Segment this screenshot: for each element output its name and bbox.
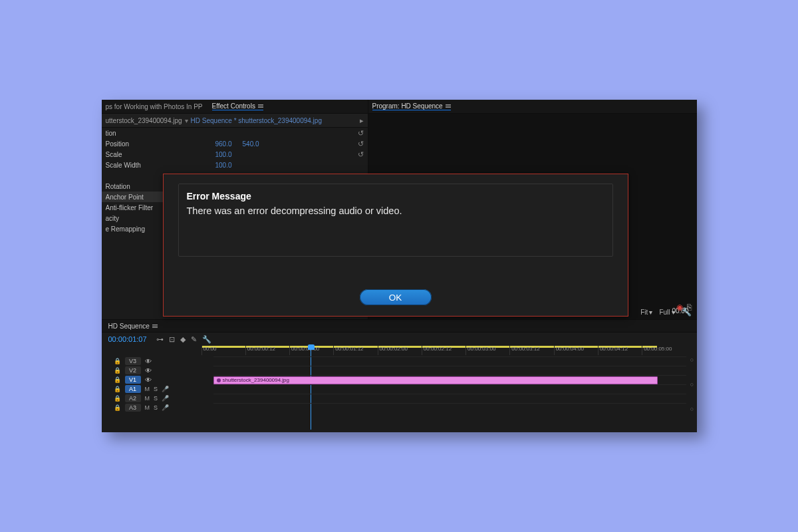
chevron-down-icon: ▾	[649, 309, 652, 316]
track-header[interactable]: 🔒A3MS🎤	[102, 404, 213, 412]
eye-icon[interactable]: 👁	[145, 376, 152, 384]
wrench-icon[interactable]: 🔧	[202, 335, 211, 344]
solo-button[interactable]: S	[154, 395, 158, 402]
chevron-down-icon[interactable]: ▾	[185, 117, 188, 124]
track-lane[interactable]	[213, 384, 686, 394]
mic-icon[interactable]: 🎤	[162, 395, 169, 402]
track-v1[interactable]: 🔒V1👁shutterstock_239400094.jpg	[102, 375, 697, 384]
property-values[interactable]: 100.0	[215, 151, 358, 158]
property-value[interactable]: 540.0	[243, 140, 259, 148]
track-header[interactable]: 🔒V2👁	[102, 366, 213, 374]
tab-program[interactable]: Program: HD Sequence	[372, 102, 451, 110]
ruler-ticks: 00:0000:00:00:1200:00:01:0000:00:01:1200…	[201, 346, 686, 355]
linked-selection-icon[interactable]: ⊡	[169, 335, 175, 344]
mute-button[interactable]: M	[145, 404, 150, 411]
effect-property-row[interactable]: Scale100.0↺	[102, 149, 368, 160]
reset-icon[interactable]: ↺	[358, 129, 364, 138]
marker-icon[interactable]: ◆	[180, 335, 186, 344]
property-values[interactable]: 960.0540.0	[215, 140, 358, 148]
solo-button[interactable]: S	[154, 404, 158, 411]
reset-icon[interactable]: ↺	[358, 140, 364, 148]
tab-sequence[interactable]: HD Sequence	[108, 323, 150, 330]
track-label[interactable]: V2	[125, 366, 141, 374]
ruler-tick: 00:00:03:12	[509, 346, 553, 355]
track-list: ○○○ 🔒V3👁🔒V2👁🔒V1👁shutterstock_239400094.j…	[102, 356, 697, 412]
track-v2[interactable]: 🔒V2👁	[102, 366, 697, 375]
track-label[interactable]: A2	[125, 394, 141, 402]
tab-effect-controls-label: Effect Controls	[212, 102, 255, 110]
panel-menu-icon[interactable]	[258, 104, 263, 108]
timeline-header: 00:00:01:07 ⊶ ⊡ ◆ ✎ 🔧	[102, 332, 697, 346]
track-label[interactable]: A3	[125, 404, 141, 412]
zoom-fit-label: Fit	[640, 309, 648, 316]
source-selector-row: utterstock_239400094.jpg ▾ HD Sequence *…	[102, 114, 368, 128]
tab-effect-controls[interactable]: Effect Controls	[212, 102, 263, 110]
track-header[interactable]: 🔒V1👁	[102, 376, 213, 384]
timeline-clip[interactable]: shutterstock_239400094.jpg	[213, 376, 658, 384]
sequence-path[interactable]: HD Sequence * shutterstock_239400094.jpg	[191, 117, 322, 124]
lock-icon[interactable]: 🔒	[114, 358, 121, 364]
track-lane[interactable]	[213, 366, 686, 376]
playhead[interactable]	[308, 344, 315, 355]
program-tabbar: Program: HD Sequence	[368, 100, 697, 114]
track-header[interactable]: 🔒A2MS🎤	[102, 394, 213, 402]
snap-icon[interactable]: ⊶	[156, 335, 164, 344]
lock-icon[interactable]: 🔒	[114, 395, 121, 402]
eye-icon[interactable]: 👁	[145, 358, 152, 365]
program-corner-icons: ◉ ⎘	[676, 303, 692, 312]
effect-property-row[interactable]: Scale Width100.0	[102, 160, 368, 170]
track-lane[interactable]	[213, 403, 686, 413]
track-scroll-indicator[interactable]: ○○○	[689, 356, 696, 412]
time-ruler[interactable]: 00:0000:00:00:1200:00:01:0000:00:01:1200…	[201, 346, 686, 355]
mute-button[interactable]: M	[145, 395, 150, 402]
track-a3[interactable]: 🔒A3MS🎤	[102, 403, 697, 412]
track-lane[interactable]	[213, 394, 686, 404]
track-a2[interactable]: 🔒A2MS🎤	[102, 394, 697, 403]
track-label[interactable]: A1	[125, 385, 141, 393]
clip-fx-badge-icon	[217, 378, 221, 382]
track-lane[interactable]: shutterstock_239400094.jpg	[213, 375, 686, 385]
property-value[interactable]: 100.0	[215, 162, 232, 169]
lock-icon[interactable]: 🔒	[114, 367, 121, 374]
lock-icon[interactable]: 🔒	[114, 376, 121, 383]
tab-program-label: Program: HD Sequence	[372, 102, 443, 110]
timeline-tabbar: HD Sequence	[102, 320, 697, 332]
camera-icon[interactable]: ◉	[676, 303, 683, 312]
reset-icon[interactable]: ↺	[358, 150, 364, 159]
timeline-panel: HD Sequence 00:00:01:07 ⊶ ⊡ ◆ ✎ 🔧 00:000…	[102, 320, 697, 412]
track-lane[interactable]	[213, 356, 686, 366]
effect-property-row[interactable]: tion↺	[102, 128, 368, 138]
track-header[interactable]: 🔒A1MS🎤	[102, 385, 213, 393]
track-label[interactable]: V3	[125, 357, 141, 365]
track-a1[interactable]: 🔒A1MS🎤	[102, 384, 697, 394]
export-frame-icon[interactable]: ⎘	[687, 303, 692, 312]
lock-icon[interactable]: 🔒	[114, 386, 121, 392]
track-header[interactable]: 🔒V3👁	[102, 357, 213, 365]
timeline-timecode[interactable]: 00:00:01:07	[108, 335, 147, 343]
source-clip-name[interactable]: utterstock_239400094.jpg	[106, 117, 182, 124]
settings-icon[interactable]: ✎	[191, 335, 197, 344]
track-label[interactable]: V1	[125, 376, 141, 384]
ruler-tick: 00:00:00:12	[245, 346, 289, 355]
track-v3[interactable]: 🔒V3👁	[102, 356, 697, 366]
lock-icon[interactable]: 🔒	[114, 404, 121, 411]
ruler-tick: 00:00:05:00	[642, 346, 686, 355]
mic-icon[interactable]: 🎤	[162, 386, 169, 392]
property-value[interactable]: 960.0	[215, 140, 232, 148]
panel-menu-icon[interactable]	[152, 325, 158, 328]
eye-icon[interactable]: 👁	[145, 367, 152, 374]
solo-button[interactable]: S	[154, 386, 158, 392]
mute-button[interactable]: M	[145, 386, 150, 392]
panel-menu-icon[interactable]	[446, 104, 451, 108]
ok-button[interactable]: OK	[360, 289, 432, 305]
tab-tips[interactable]: ps for Working with Photos In PP	[106, 103, 203, 110]
effect-property-row[interactable]: Position960.0540.0↺	[102, 138, 368, 149]
ruler-tick: 00:00	[201, 346, 245, 355]
property-values[interactable]: 100.0	[215, 162, 368, 169]
property-value[interactable]: 100.0	[215, 151, 232, 158]
ruler-tick: 00:00:02:12	[422, 346, 466, 355]
zoom-fit-dropdown[interactable]: Fit▾	[640, 309, 652, 316]
panel-nav-icon[interactable]: ▸	[360, 116, 364, 125]
mic-icon[interactable]: 🎤	[162, 404, 169, 411]
app-window: ps for Working with Photos In PP Effect …	[102, 100, 697, 432]
